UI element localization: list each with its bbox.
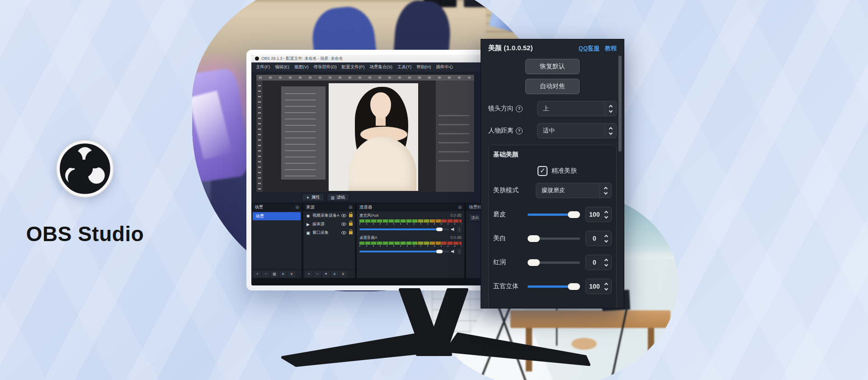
menu-tools[interactable]: 工具(T): [397, 64, 411, 70]
precise-skin-checkbox[interactable]: [538, 166, 547, 176]
smoothing-slider[interactable]: [528, 214, 580, 216]
volume-meter: [359, 242, 462, 245]
slider-handle[interactable]: [568, 283, 580, 290]
source-properties-button[interactable]: 属性: [302, 193, 324, 201]
filters-icon: [331, 195, 335, 200]
captured-editor-window: [256, 74, 475, 192]
add-scene-button[interactable]: +: [254, 271, 261, 277]
menu-file[interactable]: 文件(F): [256, 64, 270, 70]
source-row[interactable]: ▣ 窗口采集: [303, 228, 355, 237]
select-stepper[interactable]: [604, 101, 616, 116]
source-down-button[interactable]: ∨: [340, 271, 347, 277]
volume-meter: [359, 219, 462, 223]
chevron-up-icon: [604, 210, 608, 214]
mixer-channel: 桌面音频A 0.0 dB ⋮: [357, 233, 464, 256]
help-icon[interactable]: [516, 105, 523, 112]
select-stepper[interactable]: [599, 183, 611, 198]
rosy-spinbox[interactable]: 0: [585, 255, 612, 270]
visibility-eye-icon[interactable]: [341, 214, 346, 217]
sources-dock: 来源 ⊟ ◉ 视频采集设备A ▶ 媒体源: [303, 203, 355, 279]
scene-up-button[interactable]: ∧: [279, 271, 287, 277]
dock-menu-icon[interactable]: ⊟: [458, 205, 462, 209]
whitening-spinbox[interactable]: 0: [585, 231, 612, 246]
panel-scrollbar[interactable]: [618, 56, 622, 152]
channel-options-icon[interactable]: ⋮: [457, 226, 462, 233]
speaker-icon[interactable]: [451, 250, 455, 253]
speaker-icon[interactable]: [451, 228, 455, 231]
spin-stepper[interactable]: [603, 283, 611, 290]
spin-stepper[interactable]: [603, 235, 611, 242]
restore-defaults-button[interactable]: 恢复默认: [525, 59, 580, 74]
obs-branding: OBS Studio: [22, 139, 148, 246]
menu-edit[interactable]: 编辑(E): [275, 64, 289, 70]
lock-icon[interactable]: [349, 223, 353, 226]
spin-stepper[interactable]: [603, 211, 611, 218]
spin-stepper[interactable]: [603, 259, 611, 266]
media-source-icon: ▶: [306, 222, 311, 227]
portrait-photo: [329, 83, 418, 191]
smoothing-spinbox[interactable]: 100: [585, 207, 612, 222]
source-properties-icon-button[interactable]: ✦: [322, 271, 330, 277]
menu-view[interactable]: 视图(V): [294, 64, 309, 70]
source-up-button[interactable]: ∧: [331, 271, 338, 277]
scene-filters-button[interactable]: ▥: [271, 271, 278, 277]
visibility-eye-icon[interactable]: [341, 231, 346, 234]
scene-list-item[interactable]: 场景: [253, 212, 301, 220]
chevron-down-icon: [604, 214, 608, 218]
mixer-channel: 麦克风/Aux 0.0 dB ⋮: [357, 211, 464, 233]
source-row[interactable]: ◉ 视频采集设备A: [303, 211, 355, 220]
menu-plugin-center[interactable]: 插件中心: [436, 64, 453, 70]
person-distance-select[interactable]: 适中: [537, 123, 617, 138]
spin-value: 0: [586, 235, 603, 242]
slider-handle[interactable]: [568, 211, 580, 218]
dock-menu-icon[interactable]: ⊟: [295, 205, 299, 209]
dock-menu-icon[interactable]: ⊟: [349, 205, 352, 209]
source-row[interactable]: ▶ 媒体源: [303, 220, 355, 228]
scene-down-button[interactable]: ∨: [288, 271, 295, 277]
menu-docks[interactable]: 停靠部件(D): [313, 64, 336, 70]
chevron-down-icon: [609, 131, 612, 134]
menu-scene-collection[interactable]: 场景集合(S): [369, 64, 392, 70]
slider-handle[interactable]: [528, 235, 540, 242]
qq-support-link[interactable]: QQ客服: [579, 44, 599, 52]
volume-slider-handle[interactable]: [436, 228, 443, 231]
menu-help[interactable]: 帮助(H): [416, 64, 431, 70]
basic-beauty-title: 基础美颜: [493, 151, 612, 159]
channel-name: 麦克风/Aux: [359, 213, 379, 218]
volume-slider[interactable]: [359, 251, 449, 252]
lens-direction-select[interactable]: 上: [537, 101, 617, 116]
help-icon[interactable]: [516, 128, 523, 134]
person-distance-label: 人物距离: [488, 127, 514, 135]
lens-direction-label: 镜头方向: [488, 104, 514, 113]
editor-canvas: [263, 81, 435, 192]
obs-studio-title: OBS Studio: [22, 222, 148, 246]
channel-options-icon[interactable]: ⋮: [457, 248, 462, 255]
scenes-toolbar: + − ▥ ∧ ∨: [252, 269, 302, 278]
facial-3d-spinbox[interactable]: 100: [585, 279, 612, 294]
chevron-up-icon: [604, 186, 607, 190]
channel-db-value: 0.0 dB: [450, 213, 462, 218]
tutorial-link[interactable]: 教程: [605, 44, 617, 52]
skin-mode-select[interactable]: 朦胧磨皮: [536, 183, 612, 198]
rosy-slider[interactable]: [528, 261, 580, 264]
spin-value: 0: [586, 259, 603, 266]
facial-3d-slider[interactable]: [528, 285, 580, 288]
select-stepper[interactable]: [604, 124, 616, 138]
volume-slider[interactable]: [359, 228, 449, 230]
lock-icon[interactable]: [349, 231, 353, 234]
menu-profile[interactable]: 配置文件(P): [342, 64, 365, 70]
autofocus-button[interactable]: 自动对焦: [525, 79, 580, 94]
remove-source-button[interactable]: −: [314, 271, 321, 277]
scenes-dock: 场景 ⊟ 场景 + − ▥ ∧ ∨: [251, 203, 302, 279]
slider-handle[interactable]: [528, 259, 540, 266]
lock-icon[interactable]: [349, 214, 353, 217]
source-filters-button[interactable]: 滤镜: [327, 193, 349, 201]
whitening-slider[interactable]: [528, 238, 580, 240]
chevron-down-icon: [604, 190, 607, 194]
skin-mode-value: 朦胧磨皮: [536, 186, 599, 195]
remove-scene-button[interactable]: −: [262, 271, 269, 277]
facial-3d-label: 五官立体: [493, 282, 528, 290]
visibility-eye-icon[interactable]: [341, 223, 346, 226]
add-source-button[interactable]: +: [305, 271, 312, 277]
volume-slider-handle[interactable]: [436, 250, 443, 253]
